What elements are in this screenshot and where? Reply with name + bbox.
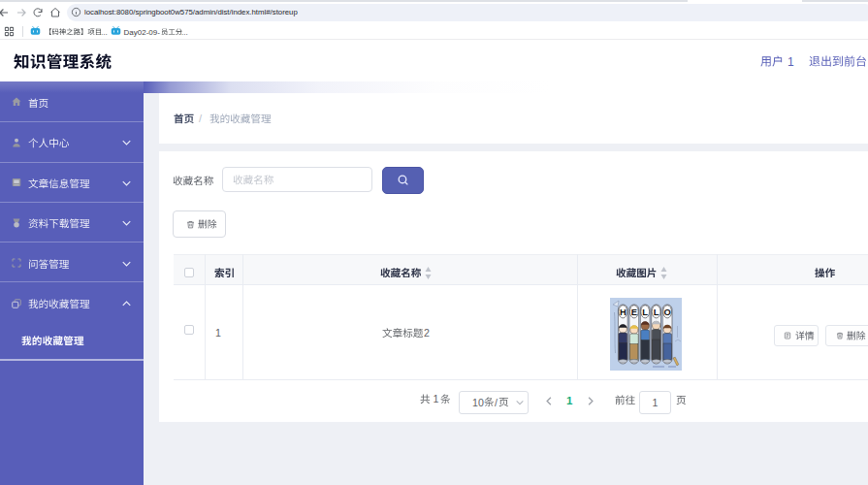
svg-text:E: E — [631, 307, 637, 317]
svg-text:O: O — [663, 307, 670, 317]
svg-text:H: H — [620, 307, 627, 317]
svg-text:L: L — [654, 307, 659, 317]
svg-text:L: L — [642, 307, 648, 317]
